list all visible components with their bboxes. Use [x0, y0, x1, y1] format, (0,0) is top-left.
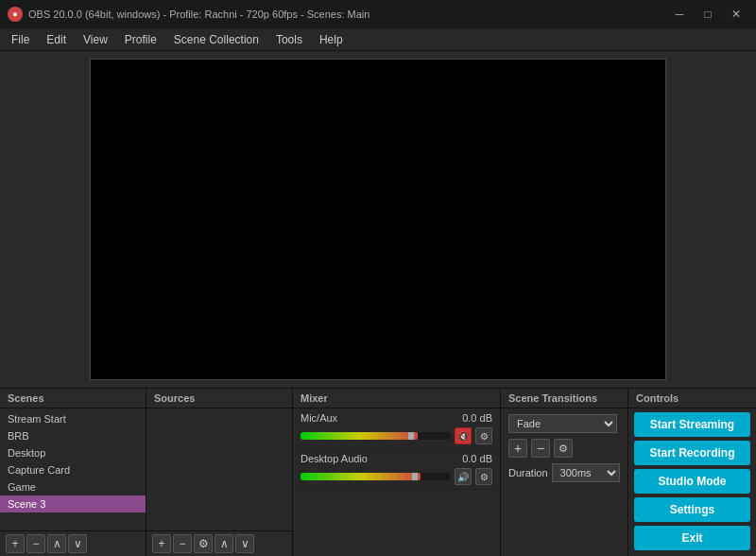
- start-streaming-button[interactable]: Start Streaming: [634, 412, 750, 437]
- sources-up-button[interactable]: ∧: [215, 534, 233, 553]
- mixer-track-desktop: Desktop Audio 0.0 dB 🔊 ⚙: [293, 449, 500, 490]
- sources-panel: Sources + − ⚙ ∧ ∨: [146, 389, 293, 556]
- scene-item-active[interactable]: Scene 3: [0, 495, 146, 513]
- duration-label: Duration: [508, 467, 548, 478]
- scenes-panel-content: Stream Start BRB Desktop Capture Card Ga…: [0, 408, 146, 530]
- desktop-volume-fill: [301, 473, 421, 480]
- mic-volume-knob[interactable]: [408, 432, 414, 440]
- transition-type-select[interactable]: Fade Cut Swipe Slide: [508, 414, 617, 433]
- mic-mute-button[interactable]: 🔇: [455, 427, 472, 444]
- mixer-track-mic: Mic/Aux 0.0 dB 🔇 ⚙: [293, 408, 500, 449]
- exit-button[interactable]: Exit: [634, 526, 750, 550]
- studio-mode-button[interactable]: Studio Mode: [634, 469, 750, 494]
- mixer-controls-desktop: 🔊 ⚙: [301, 468, 492, 485]
- sources-remove-button[interactable]: −: [173, 534, 192, 553]
- scenes-remove-button[interactable]: −: [26, 534, 45, 553]
- transitions-content: Fade Cut Swipe Slide + − ⚙ Duration 300m…: [501, 408, 627, 488]
- mixer-track-mic-header: Mic/Aux 0.0 dB: [301, 412, 492, 424]
- mixer-controls-mic: 🔇 ⚙: [301, 427, 492, 444]
- scene-item[interactable]: Game: [0, 478, 146, 495]
- scenes-panel-header: Scenes: [0, 389, 146, 408]
- duration-row: Duration 300ms 500ms 1000ms 200ms: [508, 463, 620, 482]
- desktop-volume-bar[interactable]: [301, 473, 451, 480]
- menu-help[interactable]: Help: [312, 31, 351, 48]
- menu-bar: File Edit View Profile Scene Collection …: [0, 28, 756, 51]
- scenes-panel: Scenes Stream Start BRB Desktop Capture …: [0, 389, 146, 556]
- scenes-up-button[interactable]: ∧: [47, 534, 66, 553]
- settings-button[interactable]: Settings: [634, 497, 750, 522]
- mixer-track-desktop-name: Desktop Audio: [301, 453, 368, 464]
- scene-item[interactable]: BRB: [0, 427, 146, 444]
- mixer-panel: Mixer Mic/Aux 0.0 dB 🔇 ⚙: [293, 389, 501, 556]
- sources-toolbar: + − ⚙ ∧ ∨: [146, 530, 292, 556]
- scene-item[interactable]: Desktop: [0, 444, 146, 461]
- desktop-volume-knob[interactable]: [412, 473, 418, 480]
- controls-content: Start Streaming Start Recording Studio M…: [628, 408, 756, 554]
- minimize-button[interactable]: ─: [667, 5, 692, 24]
- main-preview-area: [0, 51, 756, 388]
- title-bar-left: ● OBS 20.0.0 (64bit, windows) - Profile:…: [8, 7, 369, 22]
- menu-tools[interactable]: Tools: [268, 31, 310, 48]
- menu-scene-collection[interactable]: Scene Collection: [166, 31, 266, 48]
- mixer-track-desktop-db: 0.0 dB: [462, 453, 492, 464]
- mic-volume-bar[interactable]: [301, 432, 451, 440]
- scene-list: Stream Start BRB Desktop Capture Card Ga…: [0, 408, 146, 514]
- maximize-button[interactable]: □: [696, 5, 720, 24]
- menu-file[interactable]: File: [4, 31, 37, 48]
- menu-edit[interactable]: Edit: [39, 31, 74, 48]
- bottom-panels: Scenes Stream Start BRB Desktop Capture …: [0, 388, 756, 556]
- desktop-settings-button[interactable]: ⚙: [475, 468, 492, 485]
- sources-panel-content: [146, 408, 292, 530]
- scenes-add-button[interactable]: +: [6, 534, 25, 553]
- mixer-track-mic-db: 0.0 dB: [462, 412, 492, 424]
- mixer-panel-header: Mixer: [293, 389, 500, 408]
- transitions-panel: Scene Transitions Fade Cut Swipe Slide +…: [501, 389, 628, 556]
- sources-down-button[interactable]: ∨: [235, 534, 254, 553]
- mixer-track-desktop-header: Desktop Audio 0.0 dB: [301, 453, 492, 464]
- controls-panel-header: Controls: [628, 389, 756, 408]
- mic-volume-fill: [301, 432, 418, 440]
- scenes-down-button[interactable]: ∨: [68, 534, 87, 553]
- mixer-panel-content: Mic/Aux 0.0 dB 🔇 ⚙ Desktop Audio 0.0 dB: [293, 408, 500, 556]
- start-recording-button[interactable]: Start Recording: [634, 441, 750, 465]
- scenes-toolbar: + − ∧ ∨: [0, 530, 146, 556]
- scene-item[interactable]: Stream Start: [0, 410, 146, 427]
- scene-item[interactable]: Capture Card: [0, 461, 146, 478]
- window-controls[interactable]: ─ □ ✕: [667, 5, 748, 24]
- app-icon: ●: [8, 7, 23, 22]
- mixer-track-mic-name: Mic/Aux: [301, 412, 337, 424]
- duration-select[interactable]: 300ms 500ms 1000ms 200ms: [552, 463, 620, 482]
- transition-remove-button[interactable]: −: [531, 439, 550, 458]
- mic-settings-button[interactable]: ⚙: [475, 427, 492, 444]
- preview-canvas: [90, 59, 666, 380]
- transitions-panel-header: Scene Transitions: [501, 389, 627, 408]
- controls-panel: Controls Start Streaming Start Recording…: [628, 389, 756, 556]
- sources-gear-button[interactable]: ⚙: [194, 534, 213, 553]
- desktop-mute-button[interactable]: 🔊: [455, 468, 472, 485]
- title-bar-text: OBS 20.0.0 (64bit, windows) - Profile: R…: [28, 9, 369, 20]
- sources-add-button[interactable]: +: [152, 534, 171, 553]
- sources-panel-header: Sources: [146, 389, 292, 408]
- title-bar: ● OBS 20.0.0 (64bit, windows) - Profile:…: [0, 0, 756, 28]
- transition-gear-button[interactable]: ⚙: [554, 439, 573, 458]
- transition-controls: + − ⚙: [508, 439, 620, 458]
- transition-add-button[interactable]: +: [508, 439, 527, 458]
- menu-profile[interactable]: Profile: [117, 31, 164, 48]
- close-button[interactable]: ✕: [724, 5, 748, 24]
- menu-view[interactable]: View: [76, 31, 115, 48]
